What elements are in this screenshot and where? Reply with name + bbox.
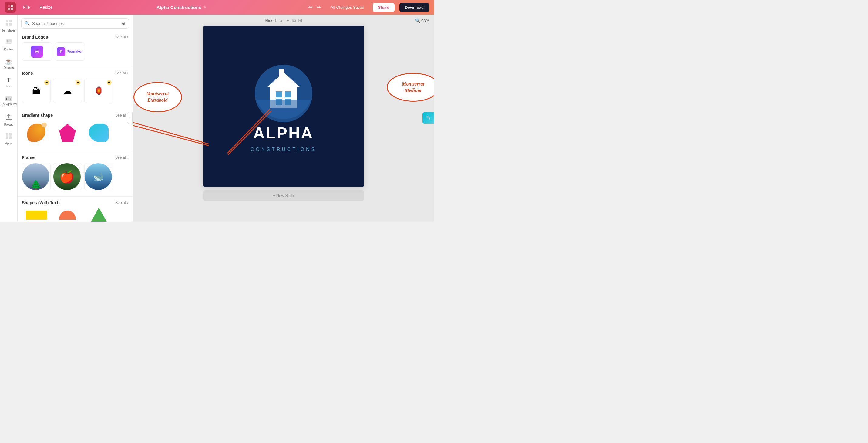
picmaker-brand: P Picmaker	[57, 47, 83, 56]
shapes-text-header: Shapes (With Text) See all ›	[22, 200, 128, 205]
svg-rect-17	[276, 91, 282, 97]
icon-item-ornament[interactable]: ❤ 🏮	[84, 79, 113, 103]
frames-grid: 🌲 🍎 🐋	[22, 163, 128, 190]
document-title[interactable]: Alpha Constructions	[156, 5, 202, 10]
mountain-icon: 🏔	[32, 86, 41, 96]
brand-logos-see-all[interactable]: See all ›	[115, 35, 128, 39]
search-input[interactable]	[32, 21, 119, 26]
brand-logo-item[interactable]: ☀	[22, 42, 52, 61]
collapse-panel-button[interactable]: ‹	[127, 112, 132, 124]
upload-icon	[5, 114, 12, 122]
divider-1	[18, 67, 132, 67]
svg-rect-13	[9, 136, 12, 139]
sidebar-item-photos[interactable]: Photos	[1, 36, 17, 53]
svg-rect-4	[6, 20, 8, 23]
sidebar-item-background[interactable]: BG Background	[1, 92, 17, 110]
slide-header: Slide 1 ▲ ▼ ⧉ ⊞	[265, 14, 302, 26]
teal-blob	[89, 124, 108, 142]
slide-label: Slide 1	[265, 18, 277, 23]
logo-text-container: ALPHA CONSTRUCTIONS	[250, 124, 317, 152]
icon-item-mountains[interactable]: ❤ 🏔	[22, 79, 51, 103]
gradient-shape-pink[interactable]	[53, 121, 82, 145]
frame-apple[interactable]: 🍎	[53, 163, 82, 190]
undo-redo-group: ↩ ↪	[308, 4, 321, 11]
frame-see-all[interactable]: See all ›	[115, 155, 128, 159]
yellow-rectangle	[26, 211, 47, 220]
gradient-shape-title: Gradient shape	[22, 113, 53, 118]
svg-rect-7	[9, 23, 12, 26]
shape-green-triangle[interactable]	[84, 208, 113, 222]
shapes-text-grid	[22, 208, 128, 222]
svg-rect-12	[6, 136, 8, 139]
zoom-indicator: 🔍 98%	[415, 18, 429, 23]
sidebar-item-apps[interactable]: Apps	[1, 130, 17, 147]
save-status: All Changes Saved	[331, 5, 364, 10]
orange-blob	[27, 124, 45, 142]
svg-rect-0	[8, 5, 10, 7]
undo-button[interactable]: ↩	[308, 4, 313, 11]
icons-title: Icons	[22, 71, 33, 76]
frame-whale[interactable]: 🐋	[84, 163, 113, 190]
icons-header: Icons See all ›	[22, 71, 128, 76]
edit-icon[interactable]: ✎	[203, 5, 207, 10]
gradient-see-all[interactable]: See all ›	[115, 113, 128, 117]
sidebar: Templates Photos ☕ Objects T Text BG Bac…	[0, 14, 18, 222]
slide-up-button[interactable]: ▲	[279, 18, 284, 23]
callout-right-bubble: MontserratMedium	[387, 73, 434, 102]
zoom-icon: 🔍	[415, 18, 420, 23]
heart-badge-3: ❤	[107, 80, 112, 85]
slide-down-button[interactable]: ▼	[286, 18, 290, 23]
new-slide-button[interactable]: + New Slide	[203, 190, 364, 201]
divider-3	[18, 151, 132, 151]
callout-left-container: MontserratExtrabold	[133, 82, 182, 112]
upload-label: Upload	[4, 123, 14, 126]
brand-logos-grid: ☀ P Picmaker	[22, 42, 128, 61]
redo-button[interactable]: ↪	[316, 4, 321, 11]
shapes-text-title: Shapes (With Text)	[22, 200, 60, 205]
orange-half-circle	[59, 211, 76, 220]
gradient-shape-orange[interactable]	[22, 121, 51, 145]
fab-button[interactable]: ✎	[423, 112, 434, 124]
search-icon: 🔍	[25, 21, 30, 26]
svg-rect-3	[11, 7, 13, 10]
sidebar-item-upload[interactable]: Upload	[1, 111, 17, 129]
shape-yellow-rect[interactable]	[22, 208, 51, 222]
sidebar-item-templates[interactable]: Templates	[1, 17, 17, 35]
gradient-shape-header: Gradient shape See all ›	[22, 113, 128, 118]
svg-rect-8	[6, 39, 11, 44]
photos-icon	[5, 38, 12, 47]
download-button[interactable]: Download	[399, 3, 429, 12]
shape-orange-half[interactable]	[53, 208, 82, 222]
gradient-shape-teal[interactable]	[84, 121, 113, 145]
background-icon: BG	[5, 96, 12, 101]
brand-logos-title: Brand Logos	[22, 35, 48, 39]
slide-add-button[interactable]: ⊞	[298, 18, 302, 23]
canvas-area: 🔍 98% Slide 1 ▲ ▼ ⧉ ⊞	[133, 14, 434, 222]
callout-left-bubble: MontserratExtrabold	[133, 82, 182, 112]
filter-icon[interactable]: ⚙	[122, 21, 126, 26]
icons-grid: ❤ 🏔 ❤ ☁ ❤ 🏮	[22, 79, 128, 103]
alpha-text: ALPHA	[253, 124, 314, 142]
search-bar: 🔍 ⚙	[21, 18, 129, 29]
slide-copy-button[interactable]: ⧉	[292, 18, 296, 23]
apple-frame: 🍎	[53, 163, 81, 190]
shapes-text-see-all[interactable]: See all ›	[115, 201, 128, 205]
templates-label: Templates	[2, 29, 16, 32]
frame-header: Frame See all ›	[22, 155, 128, 160]
sidebar-item-objects[interactable]: ☕ Objects	[1, 55, 17, 72]
resize-menu[interactable]: Resize	[37, 4, 55, 11]
zoom-value: 98%	[421, 19, 429, 23]
svg-rect-2	[8, 7, 10, 10]
slide-canvas[interactable]: ALPHA CONSTRUCTIONS	[203, 26, 364, 187]
frame-winter[interactable]: 🌲	[22, 163, 51, 190]
file-menu[interactable]: File	[21, 4, 32, 11]
left-panel: 🔍 ⚙ Brand Logos See all › ☀	[18, 14, 133, 222]
winter-frame: 🌲	[22, 163, 50, 190]
icon-item-clouds[interactable]: ❤ ☁	[53, 79, 82, 103]
objects-label: Objects	[4, 66, 14, 69]
icons-see-all[interactable]: See all ›	[115, 71, 128, 75]
picmaker-logo-item[interactable]: P Picmaker	[55, 42, 85, 61]
sidebar-item-text[interactable]: T Text	[1, 73, 17, 91]
app-logo[interactable]	[5, 2, 16, 13]
share-button[interactable]: Share	[373, 3, 395, 12]
